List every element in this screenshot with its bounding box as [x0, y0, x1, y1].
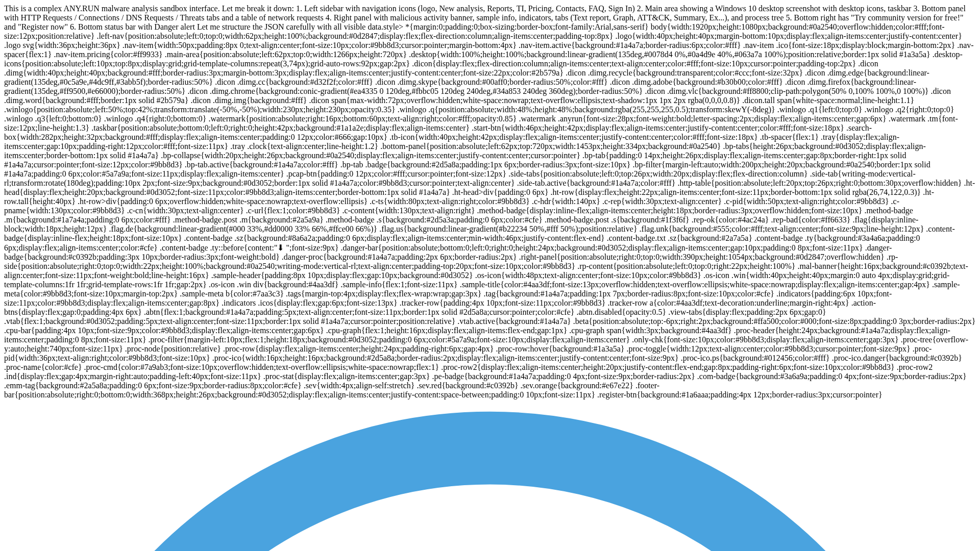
left-nav: ＋New analysis 📄Reports ⚙TI 🏷Pricing ✉Con…	[4, 399, 976, 551]
svg-point-0	[53, 448, 927, 551]
anyrun-logo[interactable]	[4, 399, 976, 551]
